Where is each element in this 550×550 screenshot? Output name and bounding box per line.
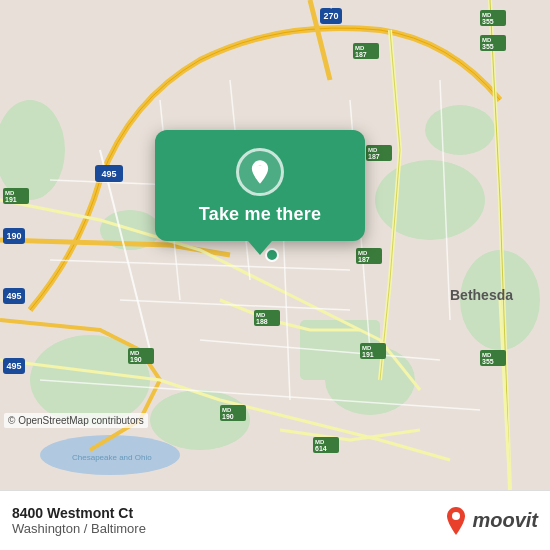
moovit-brand-name: moovit [472, 509, 538, 532]
address-line: 8400 Westmont Ct [12, 505, 146, 521]
svg-text:191: 191 [5, 196, 17, 203]
location-pin-icon [236, 148, 284, 196]
svg-point-73 [452, 512, 460, 520]
svg-text:614: 614 [315, 445, 327, 452]
svg-text:355: 355 [482, 18, 494, 25]
attribution-text: © OpenStreetMap contributors [8, 415, 144, 426]
moovit-logo[interactable]: moovit [444, 507, 538, 535]
svg-text:191: 191 [362, 351, 374, 358]
moovit-logo-pin-icon [444, 507, 468, 535]
address-block: 8400 Westmont Ct Washington / Baltimore [12, 505, 146, 536]
city-line: Washington / Baltimore [12, 521, 146, 536]
map-area[interactable]: Chesapeake and Ohio [0, 0, 550, 490]
svg-point-2 [375, 160, 485, 240]
svg-text:Chesapeake and Ohio: Chesapeake and Ohio [72, 453, 152, 462]
svg-text:190: 190 [222, 413, 234, 420]
svg-text:495: 495 [101, 169, 116, 179]
svg-text:270: 270 [323, 11, 338, 21]
svg-text:188: 188 [256, 318, 268, 325]
svg-text:Bethesda: Bethesda [450, 287, 513, 303]
svg-point-7 [425, 105, 495, 155]
svg-text:187: 187 [355, 51, 367, 58]
svg-text:190: 190 [130, 356, 142, 363]
navigate-popup[interactable]: Take me there [155, 130, 365, 241]
bottom-bar: 8400 Westmont Ct Washington / Baltimore … [0, 490, 550, 550]
svg-text:187: 187 [358, 256, 370, 263]
svg-text:495: 495 [6, 361, 21, 371]
svg-text:190: 190 [6, 231, 21, 241]
take-me-there-label: Take me there [199, 204, 321, 225]
svg-text:187: 187 [368, 153, 380, 160]
svg-text:355: 355 [482, 43, 494, 50]
map-attribution: © OpenStreetMap contributors [4, 413, 148, 428]
svg-text:495: 495 [6, 291, 21, 301]
svg-text:355: 355 [482, 358, 494, 365]
